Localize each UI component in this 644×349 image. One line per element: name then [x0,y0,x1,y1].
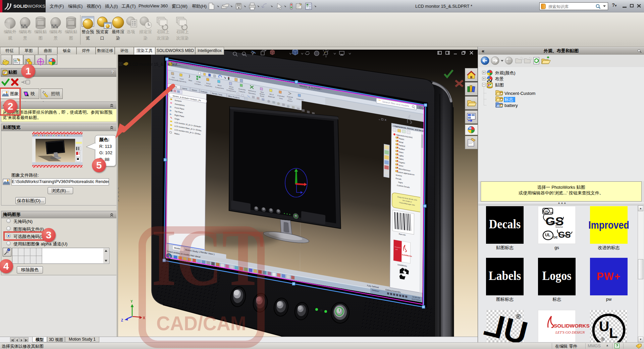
svg-text:L: L [609,325,618,341]
svg-text:图标标志: 图标标志 [496,297,514,302]
svg-text:UL: UL [481,306,531,342]
svg-text:DE: DE [553,236,558,239]
svg-text:DE: DE [550,212,553,214]
svg-text:Y: Y [130,300,133,303]
svg-text:Labels: Labels [489,269,521,283]
svg-text:UL: UL [545,233,550,237]
svg-text:U: U [599,318,609,334]
svg-text:Decals: Decals [489,217,521,231]
svg-text:SOLIDWORKS: SOLIDWORKS [554,323,590,329]
svg-text:布景: 布景 [495,76,504,81]
svg-text:贴图: 贴图 [495,82,504,88]
svg-text:LET'S GO DESIGN: LET'S GO DESIGN [555,330,585,334]
svg-text:改进的标志: 改进的标志 [598,245,620,250]
svg-text:标志: 标志 [504,97,513,102]
svg-text:PW+: PW+ [597,270,621,282]
svg-text:battery: battery [504,103,518,108]
svg-text:pw: pw [606,297,612,302]
svg-text:外观(颜色): 外观(颜色) [495,70,516,75]
svg-text:gs: gs [554,245,559,250]
svg-text:贴图标志: 贴图标志 [496,245,514,250]
svg-text:X: X [143,316,145,320]
svg-text:Improved: Improved [588,219,629,231]
svg-text:Vincent-Custom: Vincent-Custom [504,91,535,96]
svg-text:标志: 标志 [552,297,561,302]
svg-text:UL: UL [545,210,549,213]
svg-text:Z: Z [121,318,123,322]
svg-text:Sicherheit: Sicherheit [555,226,563,228]
svg-text:LCD monitor 15_&: Defaul...: LCD monitor 15_&: Defaul... [130,62,180,67]
svg-text:®: ® [601,337,605,342]
svg-text:Logos: Logos [542,269,572,283]
svg-text:®: ® [516,313,521,320]
